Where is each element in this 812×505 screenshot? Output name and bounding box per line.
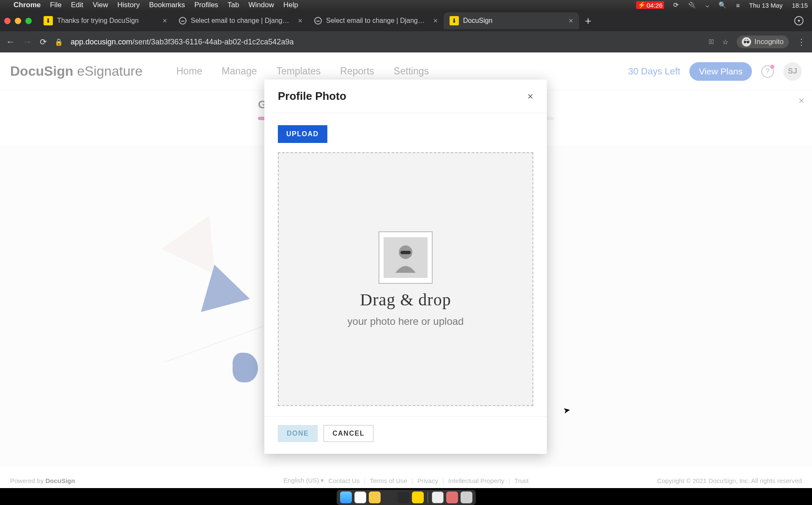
menu-edit[interactable]: Edit xyxy=(71,1,83,9)
new-tab-button[interactable]: + xyxy=(579,14,597,27)
dock-app-images[interactable] xyxy=(446,491,458,503)
globe-favicon-icon xyxy=(179,17,187,25)
person-placeholder-icon xyxy=(384,237,428,278)
placeholder-frame xyxy=(379,231,433,284)
battery-low-icon[interactable]: ⚡04:26 xyxy=(636,1,664,9)
menu-profiles[interactable]: Profiles xyxy=(194,1,218,9)
globe-favicon-icon xyxy=(314,17,322,25)
reload-button[interactable]: ⟳ xyxy=(40,37,47,47)
docusign-favicon-icon: ⬇ xyxy=(450,16,459,25)
sync-icon[interactable]: ⟳ xyxy=(673,1,679,9)
dock-app-notes[interactable] xyxy=(369,491,381,503)
menubar-app[interactable]: Chrome xyxy=(14,1,41,9)
menu-window[interactable]: Window xyxy=(249,1,274,9)
upload-button[interactable]: UPLOAD xyxy=(278,125,327,143)
browser-tabstrip: ⬇ Thanks for trying DocuSign × Select em… xyxy=(0,10,812,31)
window-close-icon[interactable] xyxy=(4,18,11,24)
tab-close-icon[interactable]: × xyxy=(162,16,167,25)
dropzone-subtext: your photo here or upload xyxy=(348,316,464,327)
dock-separator xyxy=(428,492,428,503)
tab-title: DocuSign xyxy=(463,17,564,25)
dock-app-textedit[interactable] xyxy=(432,491,444,503)
profile-photo-modal: Profile Photo × UPLOAD Drag & drop your … xyxy=(264,80,547,454)
menu-bookmarks[interactable]: Bookmarks xyxy=(149,1,185,9)
mac-dock xyxy=(0,488,812,505)
nav-forward-button: → xyxy=(23,36,32,47)
cancel-button[interactable]: CANCEL xyxy=(324,425,373,442)
nav-back-button[interactable]: ← xyxy=(6,36,15,47)
address-bar[interactable]: app.docusign.com/sent/3ab3f363-6116-44ab… xyxy=(71,38,701,47)
incognito-badge[interactable]: 🕶 Incognito xyxy=(737,36,789,48)
modal-title: Profile Photo xyxy=(278,90,346,103)
dock-app-iterm[interactable] xyxy=(398,491,409,503)
mac-menubar: Chrome File Edit View History Bookmarks … xyxy=(0,0,812,10)
browser-tab[interactable]: Select email to change | Djang… × xyxy=(173,12,308,29)
browser-tab-active[interactable]: ⬇ DocuSign × xyxy=(444,12,579,29)
tab-overflow-icon[interactable]: ▾ xyxy=(794,16,804,25)
tab-close-icon[interactable]: × xyxy=(433,16,438,25)
control-center-icon[interactable]: ≡ xyxy=(736,2,740,9)
eye-off-icon[interactable]: 👁̸ xyxy=(709,38,714,46)
menubar-date[interactable]: Thu 13 May xyxy=(749,2,782,9)
dropzone-heading: Drag & drop xyxy=(360,290,451,310)
menu-history[interactable]: History xyxy=(117,1,140,9)
tab-close-icon[interactable]: × xyxy=(298,16,302,25)
browser-tab[interactable]: ⬇ Thanks for trying DocuSign × xyxy=(38,12,173,29)
docusign-favicon-icon: ⬇ xyxy=(44,16,53,25)
tab-close-icon[interactable]: × xyxy=(568,16,573,25)
power-icon[interactable]: 🔌 xyxy=(688,1,696,9)
incognito-icon: 🕶 xyxy=(742,37,751,47)
photo-dropzone[interactable]: Drag & drop your photo here or upload xyxy=(278,152,533,406)
tab-title: Select email to change | Djang… xyxy=(191,17,294,25)
done-button[interactable]: DONE xyxy=(278,425,318,442)
tab-title: Thanks for trying DocuSign xyxy=(57,17,158,25)
menu-tab[interactable]: Tab xyxy=(228,1,239,9)
bookmark-star-icon[interactable]: ☆ xyxy=(722,38,728,46)
window-controls xyxy=(4,18,32,24)
menu-help[interactable]: Help xyxy=(283,1,298,9)
dock-app-trash[interactable] xyxy=(461,491,472,503)
window-zoom-icon[interactable] xyxy=(25,18,32,24)
page-content: DocuSign eSignature Home Manage Template… xyxy=(0,52,812,488)
menu-file[interactable]: File xyxy=(50,1,61,9)
dock-app-postman[interactable] xyxy=(412,491,424,503)
svg-rect-1 xyxy=(401,251,411,254)
dock-app-chrome[interactable] xyxy=(354,491,366,503)
menubar-clock[interactable]: 18:15 xyxy=(792,2,808,9)
dock-app-finder[interactable] xyxy=(340,491,352,503)
browser-menu-icon[interactable]: ⋮ xyxy=(797,37,806,47)
wifi-icon[interactable]: ⌵ xyxy=(705,1,709,9)
menu-view[interactable]: View xyxy=(93,1,108,9)
dock-app-terminal[interactable] xyxy=(383,491,395,503)
browser-tab[interactable]: Select email to change | Djang… × xyxy=(308,12,444,29)
window-minimize-icon[interactable] xyxy=(15,18,21,24)
browser-toolbar: ← → ⟳ 🔒 app.docusign.com/sent/3ab3f363-6… xyxy=(0,31,812,52)
lock-icon[interactable]: 🔒 xyxy=(55,38,63,46)
spotlight-icon[interactable]: 🔍 xyxy=(719,1,727,9)
modal-close-icon[interactable]: × xyxy=(527,91,533,102)
tab-title: Select email to change | Djang… xyxy=(326,17,429,25)
